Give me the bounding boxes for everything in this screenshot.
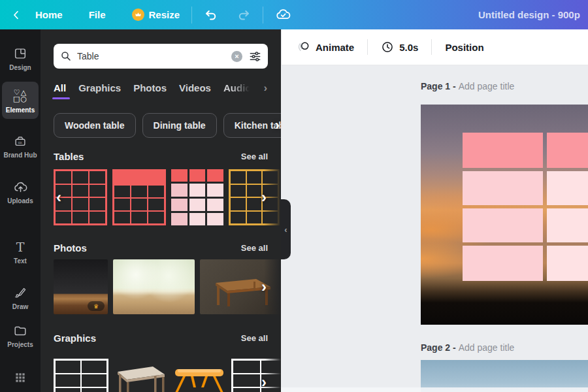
tab-all[interactable]: All [54, 82, 66, 99]
toolbar-divider [431, 39, 432, 55]
cloud-save-button[interactable] [275, 7, 291, 23]
table-element-gold-grid[interactable] [229, 169, 280, 225]
tables-see-all-button[interactable]: See all [241, 152, 268, 161]
table-element-red-grid[interactable] [54, 169, 107, 225]
search-icon [60, 50, 72, 62]
pill-wooden-table[interactable]: Wooden table [54, 113, 136, 138]
clear-search-button[interactable]: × [231, 51, 242, 62]
animate-button[interactable]: Animate [297, 41, 354, 54]
graphic-orange-table[interactable] [172, 355, 226, 392]
pills-scroll-right[interactable]: › [275, 117, 280, 134]
tables-carousel [54, 169, 281, 226]
sidebar-label: Design [0, 64, 41, 71]
clock-icon [381, 41, 394, 54]
photos-see-all-button[interactable]: See all [241, 243, 268, 253]
sidebar-item-brand-hub[interactable]: co. Brand Hub [0, 133, 41, 159]
duration-button[interactable]: 5.0s [381, 41, 418, 54]
duration-label: 5.0s [399, 42, 418, 53]
sidebar-label: Brand Hub [0, 152, 41, 159]
sidebar-item-text[interactable]: T Text [0, 238, 41, 265]
section-title: Tables [54, 151, 84, 162]
photo-chalkboard-table[interactable]: ♛ [54, 259, 108, 314]
sidebar-item-uploads[interactable]: Uploads [0, 178, 41, 204]
suggestion-pills: Wooden table Dining table Kitchen tab [54, 113, 281, 139]
panel-collapse-handle[interactable]: ‹ [281, 199, 291, 259]
page1-canvas[interactable] [421, 105, 588, 325]
table-element-pink-cells[interactable] [171, 169, 223, 225]
apps-grid-icon [14, 371, 27, 384]
toolbar-divider [263, 7, 263, 24]
back-button[interactable] [10, 9, 22, 21]
redo-button[interactable] [237, 8, 251, 22]
photos-scroll-right[interactable]: › [261, 279, 267, 295]
resize-button[interactable]: Resize [132, 8, 180, 21]
sidebar-item-design[interactable]: Design [0, 45, 41, 71]
tab-photos[interactable]: Photos [133, 82, 167, 99]
tabs-scroll-right[interactable]: › [263, 82, 267, 100]
collapse-chevron-icon: ‹ [284, 225, 287, 235]
sidebar-item-apps[interactable] [0, 369, 41, 386]
graphics-carousel [54, 355, 281, 392]
result-tabs: All Graphics Photos Videos Audio › [54, 82, 276, 100]
graphics-see-all-button[interactable]: See all [241, 333, 268, 343]
chevron-left-icon [10, 9, 22, 21]
pro-crown-icon [132, 8, 144, 21]
undo-button[interactable] [204, 8, 218, 22]
sidebar-item-elements[interactable]: ♡△ □○ Elements [0, 88, 41, 114]
page-title-placeholder: Add page title [459, 81, 515, 91]
page2-title[interactable]: Page 2 -Add page title [421, 342, 514, 353]
filter-button[interactable] [249, 50, 261, 63]
page1-title[interactable]: Page 1 -Add page title [421, 81, 514, 91]
tab-graphics[interactable]: Graphics [78, 82, 121, 99]
editor-area: Animate 5.0s Position ‹ Page 1 -Add page… [281, 29, 588, 392]
app-sidebar: Design ♡△ □○ Elements co. Brand Hub Upl [0, 29, 41, 392]
table-cell[interactable] [547, 133, 588, 168]
page-number: Page 2 - [421, 342, 456, 353]
table-element-red-header[interactable] [112, 169, 166, 225]
home-button[interactable]: Home [35, 9, 63, 20]
context-toolbar: Animate 5.0s Position [281, 29, 588, 65]
graphics-scroll-right[interactable]: › [261, 374, 267, 390]
animate-icon [297, 41, 310, 54]
canvas-scroll-area[interactable]: ‹ Page 1 -Add page title Page 2 -Add pag… [281, 65, 588, 392]
pill-dining-table[interactable]: Dining table [142, 113, 217, 138]
tab-audio[interactable]: Audio [223, 82, 252, 99]
search-input[interactable] [77, 51, 231, 61]
photo-window-table[interactable] [113, 259, 195, 314]
sidebar-item-projects[interactable]: Projects [0, 322, 41, 348]
tables-scroll-right[interactable]: › [261, 189, 267, 205]
table-cell[interactable] [463, 171, 543, 205]
animate-label: Animate [316, 42, 354, 53]
photos-section-header: Photos See all [54, 242, 268, 253]
sidebar-label: Projects [0, 341, 41, 348]
design-icon [13, 46, 27, 61]
table-cell[interactable] [547, 208, 588, 242]
redo-icon [237, 8, 251, 22]
file-menu-button[interactable]: File [89, 9, 106, 20]
pro-badge: ♛ [88, 301, 105, 311]
table-cell[interactable] [547, 171, 588, 205]
projects-folder-icon [13, 323, 27, 338]
table-cell[interactable] [547, 246, 588, 281]
table-cell[interactable] [463, 208, 543, 242]
tables-scroll-left[interactable]: ‹ [56, 189, 61, 205]
photos-carousel: ♛ [54, 259, 281, 314]
photo-wooden-table-room[interactable] [200, 259, 281, 314]
undo-icon [204, 8, 218, 22]
pill-kitchen-table[interactable]: Kitchen tab [223, 113, 281, 138]
toolbar-divider [191, 7, 192, 24]
tab-videos[interactable]: Videos [179, 82, 211, 99]
graphic-white-table-grid[interactable] [54, 359, 108, 392]
section-title: Photos [54, 242, 87, 253]
draw-pen-icon [13, 286, 27, 300]
table-cell[interactable] [463, 246, 543, 281]
table-cell[interactable] [463, 133, 543, 168]
sidebar-item-draw[interactable]: Draw [0, 284, 41, 310]
search-box: × [54, 44, 268, 69]
section-title: Graphics [54, 333, 96, 344]
graphic-wooden-table[interactable] [114, 355, 167, 392]
page1-table-element[interactable] [463, 133, 588, 281]
graphic-white-table-grid-2[interactable] [231, 359, 281, 392]
document-title[interactable]: Untitled design - 900p [478, 9, 588, 20]
position-button[interactable]: Position [445, 42, 483, 53]
